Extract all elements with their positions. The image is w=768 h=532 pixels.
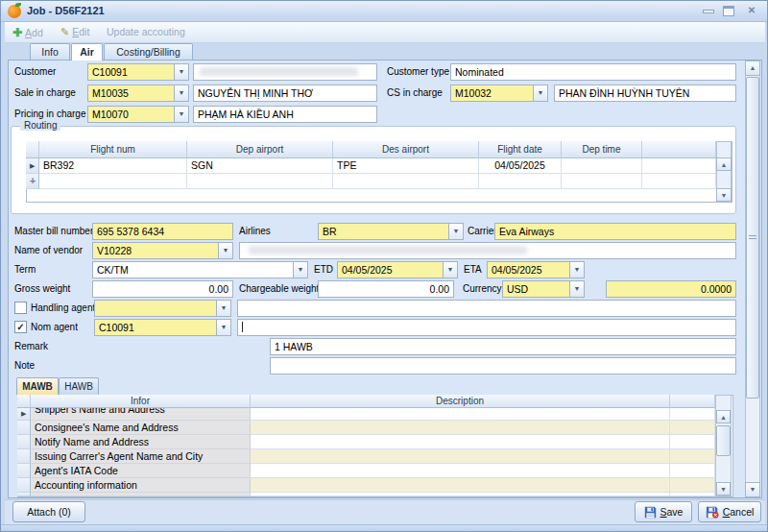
- awb-cell-description[interactable]: [251, 449, 670, 464]
- airlines-dropdown-icon[interactable]: ▼: [448, 223, 464, 240]
- form-scrollbar-thumb[interactable]: [746, 77, 759, 399]
- routing-cell-dep-time[interactable]: [562, 158, 642, 174]
- awb-header-infor[interactable]: Infor: [31, 395, 251, 408]
- customer-type-field[interactable]: Nominated: [450, 63, 736, 81]
- save-button[interactable]: Save: [635, 501, 692, 522]
- form-scroll-up-icon[interactable]: ▲: [745, 60, 760, 76]
- maximize-button[interactable]: [723, 6, 734, 16]
- routing-header-indicator: [26, 141, 39, 158]
- awb-scroll-down-icon[interactable]: ▼: [716, 482, 731, 496]
- awb-cell-description[interactable]: [251, 421, 670, 435]
- handling-agent-dropdown-icon[interactable]: ▼: [216, 300, 231, 317]
- handling-agent-checkbox[interactable]: [14, 302, 27, 314]
- currency-dropdown-icon[interactable]: ▼: [569, 280, 585, 298]
- window-title: Job - D56F2121: [27, 5, 105, 16]
- currency-combo[interactable]: USD ▼: [502, 280, 585, 298]
- nom-agent-combo[interactable]: C10091 ▼: [94, 319, 231, 336]
- awb-cell-infor[interactable]: Agent's IATA Code: [31, 464, 251, 478]
- routing-newrow-des-airport[interactable]: [333, 174, 479, 189]
- cs-name-field[interactable]: PHAN ĐÌNH HUỲNH TUYÊN: [554, 85, 736, 102]
- term-label: Term: [14, 264, 36, 275]
- form-scroll-down-icon[interactable]: ▼: [745, 482, 760, 497]
- routing-scroll-up-icon[interactable]: ▲: [716, 157, 732, 171]
- awb-scroll-up-icon[interactable]: ▲: [716, 410, 731, 423]
- eta-dropdown-icon[interactable]: ▼: [569, 261, 585, 278]
- awb-row-indicator: [17, 449, 31, 464]
- awb-header-description[interactable]: Description: [251, 395, 670, 408]
- cs-code-combo[interactable]: M10032 ▼: [450, 85, 548, 102]
- routing-header-dep-airport[interactable]: Dep airport: [187, 141, 333, 158]
- carrier-field[interactable]: Eva Airways: [494, 223, 736, 240]
- tab-mawb[interactable]: MAWB: [16, 377, 59, 395]
- edit-pencil-icon: ✎: [60, 26, 69, 37]
- nom-agent-checkbox[interactable]: ✓: [14, 321, 27, 333]
- update-accounting-button[interactable]: Update accouting: [107, 26, 185, 40]
- routing-cell-flight-date[interactable]: 04/05/2025: [479, 158, 562, 174]
- cancel-button[interactable]: Cancel: [698, 501, 761, 522]
- close-button[interactable]: ✕: [745, 5, 758, 17]
- tab-air[interactable]: Air: [71, 43, 103, 60]
- pricing-code-combo[interactable]: M10070 ▼: [87, 106, 189, 123]
- add-button[interactable]: ✚Add: [12, 26, 43, 40]
- vendor-code-combo[interactable]: V10228 ▼: [92, 242, 233, 259]
- awb-cell-infor[interactable]: Issuing Carrer's Agent Name and City: [31, 449, 251, 464]
- awb-row-indicator: [17, 478, 31, 493]
- app-icon: [8, 5, 21, 18]
- nom-agent-dropdown-icon[interactable]: ▼: [216, 319, 231, 336]
- eta-combo[interactable]: 04/05/2025 ▼: [487, 261, 585, 278]
- awb-cell-description[interactable]: [251, 478, 670, 493]
- minimize-button[interactable]: [703, 10, 714, 13]
- routing-header-flight-date[interactable]: Flight date: [479, 141, 562, 158]
- customer-code-combo[interactable]: C10091 ▼: [87, 63, 189, 81]
- customer-code-dropdown-icon[interactable]: ▼: [174, 63, 189, 81]
- routing-scroll-down-icon[interactable]: ▼: [716, 188, 732, 202]
- nom-agent-name-field[interactable]: [237, 319, 736, 336]
- pricing-code-dropdown-icon[interactable]: ▼: [174, 106, 189, 123]
- term-combo[interactable]: CK/TM ▼: [92, 261, 308, 278]
- tab-costing-billing[interactable]: Costing/Billing: [104, 43, 193, 60]
- gross-weight-field[interactable]: 0.00: [92, 280, 233, 298]
- awb-cell-infor[interactable]: Consignee's Name and Address: [31, 421, 251, 435]
- etd-dropdown-icon[interactable]: ▼: [443, 261, 458, 278]
- eta-label: ETA: [464, 264, 482, 275]
- routing-cell-des-airport[interactable]: TPE: [333, 158, 479, 174]
- handling-agent-combo[interactable]: ▼: [94, 300, 231, 317]
- term-dropdown-icon[interactable]: ▼: [293, 261, 308, 278]
- etd-combo[interactable]: 04/05/2025 ▼: [337, 261, 458, 278]
- routing-header-dep-time[interactable]: Dep time: [562, 141, 642, 158]
- handling-agent-name-field[interactable]: [237, 300, 736, 317]
- airlines-combo[interactable]: BR ▼: [318, 223, 464, 240]
- routing-newrow-dep-airport[interactable]: [187, 174, 333, 189]
- awb-cell-description[interactable]: [251, 464, 670, 478]
- routing-header-flight-num[interactable]: Flight num: [39, 141, 187, 158]
- awb-cell-infor[interactable]: Notify Name and Address: [31, 435, 251, 449]
- note-field[interactable]: [270, 357, 736, 375]
- routing-header-des-airport[interactable]: Des airport: [333, 141, 479, 158]
- attach-button[interactable]: Attach (0): [12, 501, 85, 522]
- master-bill-field[interactable]: 695 5378 6434: [92, 223, 233, 240]
- pricing-name-field[interactable]: PHẠM HÀ KIỀU ANH: [193, 106, 377, 123]
- vendor-code-dropdown-icon[interactable]: ▼: [218, 242, 233, 259]
- cs-code-dropdown-icon[interactable]: ▼: [533, 85, 548, 102]
- tab-info[interactable]: Info: [30, 43, 70, 60]
- awb-scrollbar-thumb[interactable]: [716, 425, 731, 456]
- tab-hawb[interactable]: HAWB: [59, 377, 99, 395]
- sale-code-dropdown-icon[interactable]: ▼: [174, 85, 189, 102]
- redacted-text: [200, 67, 358, 76]
- sale-code-combo[interactable]: M10035 ▼: [87, 85, 189, 102]
- routing-newrow-flight-date[interactable]: [479, 174, 562, 189]
- awb-cell-infor[interactable]: Accounting information: [31, 478, 251, 493]
- routing-newrow-flight-num[interactable]: [39, 174, 187, 189]
- exchange-rate-field[interactable]: 0.0000: [606, 280, 736, 298]
- sale-name-field[interactable]: NGUYỄN THỊ MINH THƠ: [193, 85, 377, 102]
- chargeable-weight-field[interactable]: 0.00: [318, 280, 454, 298]
- awb-cell-description[interactable]: [251, 408, 670, 421]
- awb-row-indicator: [17, 435, 31, 449]
- cs-in-charge-label: CS in charge: [387, 87, 443, 98]
- routing-newrow-dep-time[interactable]: [562, 174, 642, 189]
- routing-cell-dep-airport[interactable]: SGN: [187, 158, 333, 174]
- edit-button[interactable]: ✎Edit: [60, 26, 89, 40]
- remark-field[interactable]: 1 HAWB: [270, 338, 736, 355]
- routing-cell-flight-num[interactable]: BR392: [39, 158, 187, 174]
- awb-cell-description[interactable]: [251, 435, 670, 449]
